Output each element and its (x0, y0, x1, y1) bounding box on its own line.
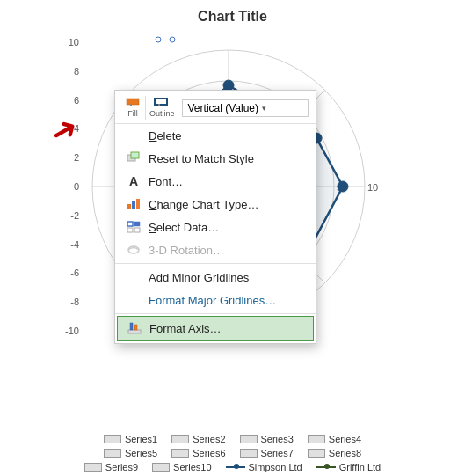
format-major-icon (126, 292, 142, 308)
svg-rect-40 (132, 201, 135, 209)
legend-simpson: Simpson Ltd (226, 462, 302, 472)
svg-point-16 (338, 181, 348, 192)
rotation-icon (126, 242, 142, 258)
legend-box-series2 (171, 435, 189, 443)
menu-item-delete[interactable]: Delete (115, 124, 316, 147)
outline-paint-icon (154, 98, 170, 108)
svg-rect-42 (127, 222, 133, 226)
svg-rect-49 (134, 325, 137, 330)
legend-label-series3: Series3 (261, 434, 294, 444)
legend-label-series5: Series5 (125, 448, 157, 458)
legend-series5b: Series5 (104, 448, 157, 458)
legend: Series1 Series2 Series3 Series4 Series5 … (0, 434, 465, 472)
axis-dropdown[interactable]: Vertical (Value) ▾ (182, 99, 309, 117)
svg-text:10: 10 (367, 182, 378, 193)
delete-label: Delete (149, 129, 305, 143)
svg-rect-43 (134, 222, 140, 226)
toolbar-icon-group: Fill Outline (122, 96, 178, 120)
menu-item-format-axis[interactable]: Format Axis… (117, 316, 314, 341)
font-label: Font… (149, 175, 305, 188)
outline-button[interactable]: Outline (145, 96, 178, 120)
fill-button[interactable]: Fill (122, 96, 143, 120)
legend-series8: Series8 (308, 448, 361, 458)
legend-label-series10: Series10 (173, 462, 211, 472)
legend-series4: Series4 (308, 434, 361, 444)
legend-box-series10 (152, 463, 170, 472)
fill-label: Fill (127, 109, 138, 118)
legend-box-series6 (171, 449, 189, 458)
reset-icon (126, 150, 142, 166)
legend-line-griffin (316, 466, 336, 468)
legend-series1: Series1 (104, 434, 157, 444)
menu-separator-1 (115, 263, 316, 264)
menu-item-select-data[interactable]: Select Data… (115, 216, 316, 238)
chart-container: Chart Title 10 8 6 4 2 0 -2 -4 -6 -8 -10 (0, 0, 465, 476)
legend-label-series4: Series4 (329, 434, 361, 444)
svg-point-32 (170, 37, 175, 42)
svg-rect-36 (158, 104, 160, 106)
svg-rect-34 (130, 104, 132, 106)
chart-body: 10 8 6 4 2 0 -2 -4 -6 -8 -10 (0, 28, 465, 371)
menu-item-reset[interactable]: Reset to Match Style (115, 147, 316, 170)
legend-series7: Series7 (240, 448, 294, 458)
legend-series2: Series2 (171, 434, 225, 444)
format-axis-icon (127, 320, 142, 336)
select-data-label: Select Data… (149, 221, 305, 234)
legend-box-series5 (104, 449, 121, 458)
legend-series9: Series9 (84, 462, 138, 472)
svg-rect-35 (155, 99, 167, 105)
legend-box-series3 (240, 435, 258, 443)
legend-label-series6: Series6 (193, 448, 225, 458)
legend-box-series1 (104, 435, 121, 443)
svg-rect-38 (131, 152, 139, 158)
context-menu: Fill Outline Vertical (Value) ▾ (114, 90, 316, 344)
legend-box-series8 (308, 449, 325, 458)
change-chart-icon (126, 196, 142, 212)
menu-item-change-chart[interactable]: Change Chart Type… (115, 193, 316, 216)
format-axis-label: Format Axis… (149, 322, 304, 335)
menu-item-font[interactable]: A Font… (115, 170, 316, 193)
add-gridlines-label: Add Minor Gridlines (149, 271, 305, 284)
legend-label-series9: Series9 (105, 462, 138, 472)
legend-label-series1: Series1 (125, 434, 157, 444)
legend-label-series7: Series7 (261, 448, 294, 458)
format-major-label: Format Major Gridlines… (149, 294, 305, 307)
legend-series6: Series6 (171, 448, 225, 458)
chart-title: Chart Title (0, 0, 465, 28)
svg-rect-44 (127, 228, 133, 232)
svg-rect-33 (127, 99, 139, 105)
legend-label-series2: Series2 (193, 434, 225, 444)
fill-paint-icon (126, 98, 140, 108)
svg-rect-39 (127, 204, 131, 209)
svg-rect-41 (136, 199, 140, 209)
svg-rect-47 (128, 330, 141, 333)
legend-label-simpson: Simpson Ltd (249, 462, 302, 472)
legend-griffin: Griffin Ltd (316, 462, 381, 472)
change-chart-label: Change Chart Type… (149, 198, 305, 211)
menu-item-add-gridlines[interactable]: Add Minor Gridlines (115, 266, 316, 289)
legend-box-series9 (84, 463, 102, 472)
legend-series10: Series10 (152, 462, 211, 472)
rotation-label: 3-D Rotation… (149, 244, 305, 257)
legend-series3: Series3 (240, 434, 294, 444)
menu-item-format-major[interactable]: Format Major Gridlines… (115, 289, 316, 311)
menu-toolbar: Fill Outline Vertical (Value) ▾ (115, 92, 316, 124)
legend-box-series7 (240, 449, 258, 458)
add-gridlines-icon (126, 269, 142, 285)
menu-separator-2 (115, 313, 316, 314)
legend-label-series8: Series8 (329, 448, 361, 458)
svg-rect-48 (130, 323, 133, 330)
reset-label: Reset to Match Style (149, 152, 305, 165)
svg-rect-45 (134, 228, 140, 232)
axis-dropdown-text: Vertical (Value) (188, 102, 258, 114)
svg-point-31 (156, 37, 161, 42)
chevron-down-icon: ▾ (262, 104, 266, 113)
legend-line-simpson (226, 466, 245, 468)
delete-icon (126, 128, 142, 143)
outline-label: Outline (149, 109, 175, 118)
font-icon: A (126, 173, 142, 189)
menu-item-3d-rotation: 3-D Rotation… (115, 238, 316, 261)
select-data-icon (126, 219, 142, 235)
legend-label-griffin: Griffin Ltd (339, 462, 381, 472)
legend-box-series4 (308, 435, 325, 443)
